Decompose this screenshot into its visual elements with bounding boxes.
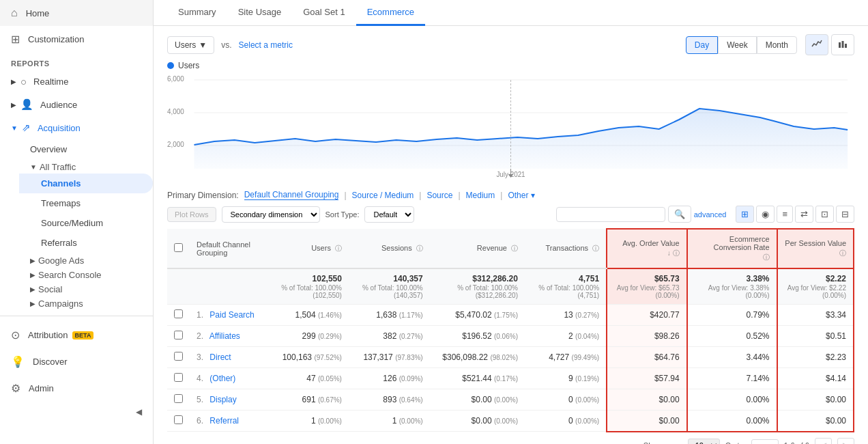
table-view-custom-btn[interactable]: ⊟ bbox=[836, 206, 854, 223]
tab-goal-set-1[interactable]: Goal Set 1 bbox=[292, 0, 356, 26]
sidebar-item-admin[interactable]: ⚙ Admin bbox=[0, 375, 153, 402]
row-channel-link[interactable]: Affiliates bbox=[209, 331, 240, 341]
expand-arrow-icon: ▶ bbox=[30, 286, 35, 293]
primary-dimension-row: Primary Dimension: Default Channel Group… bbox=[167, 190, 854, 200]
sidebar-item-referrals[interactable]: Referrals bbox=[19, 233, 153, 253]
sidebar-item-channels[interactable]: Channels bbox=[19, 174, 153, 193]
th-avg-order-content: Avg. Order Value ↓ ⓘ bbox=[614, 239, 679, 258]
collapse-sidebar-button[interactable]: ◀ bbox=[0, 402, 153, 422]
secondary-dimension-select[interactable]: Secondary dimension bbox=[222, 206, 320, 223]
row-per-session-cell: $3.34 bbox=[777, 305, 854, 326]
svg-text:6,000: 6,000 bbox=[167, 75, 184, 83]
go-to-input[interactable] bbox=[751, 439, 779, 445]
info-icon[interactable]: ⓘ bbox=[416, 245, 423, 252]
sidebar-item-discover[interactable]: 💡 Discover bbox=[0, 348, 153, 375]
discover-icon: 💡 bbox=[11, 355, 25, 368]
content-area: Users ▼ vs. Select a metric Day Week Mon… bbox=[154, 26, 868, 444]
row-channel-link[interactable]: Direct bbox=[209, 352, 231, 362]
row-channel-link[interactable]: Display bbox=[209, 395, 236, 404]
svg-rect-1 bbox=[842, 41, 844, 48]
row-per-session-cell: $0.00 bbox=[777, 411, 854, 432]
tab-summary[interactable]: Summary bbox=[167, 0, 227, 26]
next-page-button[interactable]: ▶ bbox=[837, 438, 854, 445]
table-view-pie-btn[interactable]: ◉ bbox=[756, 206, 775, 223]
info-icon[interactable]: ⓘ bbox=[839, 249, 846, 258]
row-checkbox-1[interactable] bbox=[174, 331, 183, 339]
sidebar-item-customization[interactable]: ⊞ Customization bbox=[0, 26, 153, 53]
sidebar-item-google-ads[interactable]: ▶ Google Ads bbox=[19, 253, 153, 267]
th-users: Users ⓘ bbox=[268, 229, 349, 268]
info-icon[interactable]: ⓘ bbox=[511, 245, 518, 252]
sidebar-item-social[interactable]: ▶ Social bbox=[19, 281, 153, 296]
row-revenue-cell: $196.52 (0.06%) bbox=[430, 326, 525, 347]
bar-chart-icon bbox=[837, 38, 848, 49]
dim-medium[interactable]: Medium bbox=[466, 191, 495, 200]
metric-dropdown[interactable]: Users ▼ bbox=[167, 36, 214, 54]
row-avg-order-cell: $420.77 bbox=[607, 305, 686, 326]
sidebar-item-campaigns[interactable]: ▶ Campaigns bbox=[19, 296, 153, 310]
tab-site-usage[interactable]: Site Usage bbox=[227, 0, 293, 26]
collapse-arrow-icon: ▼ bbox=[30, 163, 37, 171]
row-transactions-cell: 0 (0.00%) bbox=[525, 411, 607, 432]
sidebar-item-treemaps[interactable]: Treemaps bbox=[19, 193, 153, 213]
table-view-compare-btn[interactable]: ⇄ bbox=[795, 206, 813, 223]
row-conversion-cell: 0.00% bbox=[687, 389, 777, 411]
sidebar-item-source-medium[interactable]: Source/Medium bbox=[19, 213, 153, 233]
sidebar-item-overview[interactable]: Overview bbox=[19, 139, 153, 159]
info-icon[interactable]: ⓘ bbox=[763, 253, 770, 262]
table-row: 3. Direct 100,163 (97.52%) 137,317 (97.8… bbox=[167, 347, 854, 368]
sidebar-item-realtime[interactable]: ▶ ○ Realtime bbox=[0, 70, 153, 93]
row-checkbox-4[interactable] bbox=[174, 394, 183, 403]
sidebar-item-attribution[interactable]: ⊙ Attribution BETA bbox=[0, 322, 153, 348]
time-btn-day[interactable]: Day bbox=[686, 36, 718, 54]
dim-other[interactable]: Other ▾ bbox=[508, 191, 534, 200]
sidebar-item-acquisition[interactable]: ▼ ⇗ Acquisition bbox=[0, 116, 153, 139]
primary-dimension-label: Primary Dimension: bbox=[167, 191, 239, 200]
dim-source[interactable]: Source bbox=[426, 191, 452, 200]
sort-desc-icon[interactable]: ↓ ⓘ bbox=[667, 249, 680, 258]
info-icon[interactable]: ⓘ bbox=[592, 245, 599, 252]
bar-chart-btn[interactable] bbox=[831, 34, 854, 55]
row-channel-link[interactable]: Paid Search bbox=[209, 310, 254, 320]
sidebar-item-audience[interactable]: ▶ 👤 Audience bbox=[0, 93, 153, 116]
prev-page-button[interactable]: ◀ bbox=[815, 438, 832, 445]
sort-type-select[interactable]: Default bbox=[364, 206, 414, 223]
row-checkbox-cell bbox=[167, 347, 190, 368]
row-sessions-cell: 126 (0.09%) bbox=[349, 368, 430, 389]
time-btn-week[interactable]: Week bbox=[718, 36, 756, 54]
dim-default-channel[interactable]: Default Channel Grouping bbox=[244, 190, 339, 200]
table-row: 1. Paid Search 1,504 (1.46%) 1,638 (1.17… bbox=[167, 305, 854, 326]
row-checkbox-3[interactable] bbox=[174, 373, 183, 382]
plot-rows-button[interactable]: Plot Rows bbox=[167, 207, 216, 222]
dim-source-medium[interactable]: Source / Medium bbox=[352, 191, 414, 200]
row-number: 3. bbox=[197, 352, 203, 362]
sidebar-item-all-traffic[interactable]: ▼ All Traffic bbox=[19, 159, 153, 174]
row-channel-link[interactable]: Referral bbox=[209, 416, 239, 426]
row-checkbox-0[interactable] bbox=[174, 309, 183, 318]
table-view-grid-btn[interactable]: ⊞ bbox=[736, 206, 754, 223]
th-channel: Default Channel Grouping bbox=[190, 229, 268, 268]
time-btn-month[interactable]: Month bbox=[757, 36, 797, 54]
show-rows-select[interactable]: 10 bbox=[688, 439, 720, 445]
line-chart-btn[interactable] bbox=[805, 34, 828, 55]
sidebar-item-search-console[interactable]: ▶ Search Console bbox=[19, 267, 153, 281]
th-checkbox bbox=[167, 229, 190, 268]
table-row: 5. Display 691 (0.67%) 893 (0.64%) $0.00… bbox=[167, 389, 854, 411]
row-checkbox-5[interactable] bbox=[174, 415, 183, 424]
select-metric-link[interactable]: Select a metric bbox=[239, 40, 293, 50]
row-channel-link[interactable]: (Other) bbox=[209, 374, 235, 383]
row-transactions-cell: 0 (0.00%) bbox=[525, 389, 607, 411]
advanced-link[interactable]: advanced bbox=[694, 210, 727, 219]
tab-ecommerce[interactable]: Ecommerce bbox=[356, 0, 425, 26]
table-view-pivot-btn[interactable]: ⊡ bbox=[815, 206, 834, 223]
select-all-checkbox[interactable] bbox=[174, 243, 183, 252]
row-avg-order-cell: $98.26 bbox=[607, 326, 686, 347]
search-button[interactable]: 🔍 bbox=[668, 206, 691, 223]
row-checkbox-2[interactable] bbox=[174, 352, 183, 361]
sidebar-item-home[interactable]: ⌂ Home bbox=[0, 0, 153, 26]
expand-arrow-icon: ▶ bbox=[30, 300, 35, 307]
attribution-icon: ⊙ bbox=[11, 329, 20, 342]
table-search-input[interactable] bbox=[556, 207, 665, 222]
info-icon[interactable]: ⓘ bbox=[335, 245, 342, 252]
table-view-list-btn[interactable]: ≡ bbox=[777, 206, 793, 223]
